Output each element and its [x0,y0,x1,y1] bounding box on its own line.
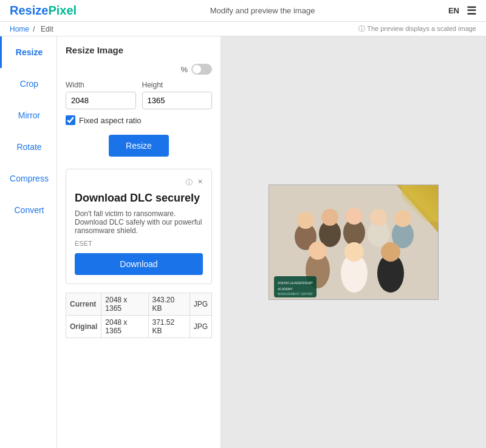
sidebar-item-mirror[interactable]: Mirror [0,100,56,131]
height-label: Height [142,81,213,89]
original-format: JPG [190,316,211,338]
ad-body: Don't fall victim to ransomware. Downloa… [75,209,203,235]
header-title: Modify and preview the image [210,6,315,15]
breadcrumb-home[interactable]: Home [10,25,29,33]
percent-toggle: % [66,64,212,75]
sidebar-item-rotate[interactable]: Rotate [0,131,56,163]
ad-info-icon[interactable]: ⓘ [186,178,193,187]
ad-title: Download DLC securely [75,192,203,205]
original-label: Original [66,316,101,338]
ad-download-button[interactable]: Download [75,253,203,275]
dimensions-inputs: Width Height [66,81,212,109]
hamburger-icon[interactable]: ☰ [467,4,476,18]
svg-text:ASIAN LEADERSHIP: ASIAN LEADERSHIP [278,281,313,285]
ad-section: ⓘ ✕ Download DLC securely Don't fall vic… [66,169,212,284]
left-panel: Resize Image % Width Height Fixed aspect… [57,36,221,448]
preview-image-container: ASIAN LEADERSHIP ACADEMY MANAGEMENT CENT… [269,185,439,300]
subheader: Home / Edit ⓘ The preview displays a sca… [0,22,486,36]
header-right: EN ☰ [448,4,476,18]
language-selector[interactable]: EN [448,6,459,15]
svg-point-7 [346,208,363,225]
original-dimensions: 2048 x 1365 [101,316,148,338]
info-table: Current 2048 x 1365 343.20 KB JPG Origin… [66,293,212,338]
percent-label: % [180,65,188,74]
aspect-ratio-label: Fixed aspect ratio [79,116,142,125]
logo-resize: Resize [10,4,48,17]
svg-point-15 [344,242,364,262]
resize-button[interactable]: Resize [109,135,169,157]
sidebar: Resize Crop Mirror Rotate Compress Conve… [0,36,57,448]
percent-toggle-switch[interactable] [191,64,212,75]
app-header: ResizePixel Modify and preview the image… [0,0,486,22]
logo-pixel: Pixel [48,4,77,17]
svg-text:MANAGEMENT CENTER: MANAGEMENT CENTER [278,292,313,296]
ad-brand: ESET [75,240,203,247]
main-layout: Resize Crop Mirror Rotate Compress Conve… [0,36,486,448]
preview-note: ⓘ The preview displays a scaled image [358,24,476,33]
width-group: Width [66,81,136,109]
svg-point-3 [297,212,314,229]
preview-area: ASIAN LEADERSHIP ACADEMY MANAGEMENT CENT… [221,36,486,448]
current-format: JPG [190,293,211,316]
current-size: 343.20 KB [148,293,190,316]
width-label: Width [66,81,136,89]
current-dimensions: 2048 x 1365 [101,293,148,316]
sidebar-item-convert[interactable]: Convert [0,194,56,226]
svg-text:ACADEMY: ACADEMY [278,287,293,291]
original-size: 371.52 KB [148,316,190,338]
ad-header: ⓘ ✕ [75,178,203,187]
breadcrumb: Home / Edit [10,25,55,33]
breadcrumb-current: Edit [41,25,53,33]
svg-point-17 [381,242,400,262]
preview-note-text: ⓘ The preview displays a scaled image [358,24,476,33]
sidebar-item-compress[interactable]: Compress [0,163,56,194]
height-group: Height [142,81,213,109]
preview-image: ASIAN LEADERSHIP ACADEMY MANAGEMENT CENT… [269,185,439,300]
app-logo: ResizePixel [10,4,77,18]
width-input[interactable] [66,92,136,109]
ad-close-icon[interactable]: ✕ [197,178,203,187]
sidebar-item-crop[interactable]: Crop [0,68,56,100]
panel-title: Resize Image [66,45,212,55]
sidebar-item-resize[interactable]: Resize [0,36,56,68]
svg-point-13 [309,242,327,260]
height-input[interactable] [142,92,213,109]
current-label: Current [66,293,101,316]
svg-point-9 [370,209,387,226]
breadcrumb-separator: / [33,25,35,33]
aspect-ratio-group: Fixed aspect ratio [66,115,212,125]
image-corner-decor [402,185,438,222]
svg-point-5 [321,209,338,226]
aspect-ratio-checkbox[interactable] [66,115,75,125]
